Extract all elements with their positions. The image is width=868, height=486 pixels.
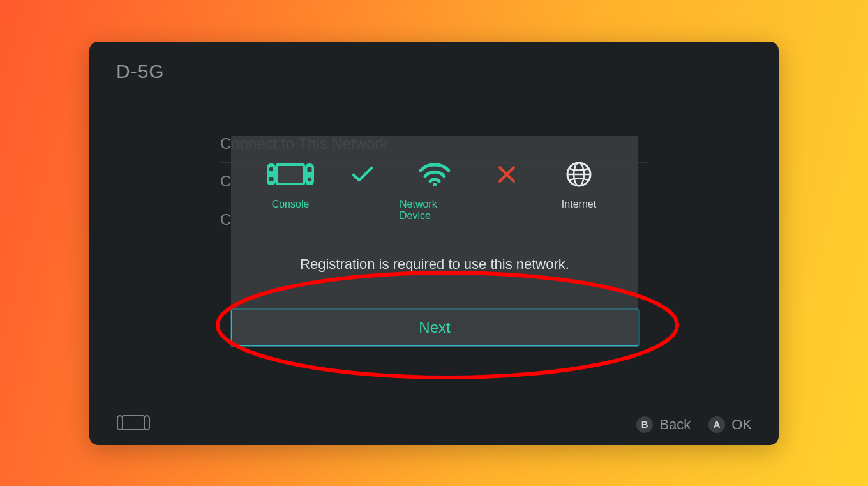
svg-rect-13: [123, 416, 144, 430]
svg-rect-2: [267, 163, 276, 185]
svg-point-4: [269, 167, 273, 171]
internet-status: Internet: [544, 158, 614, 210]
footer-bar: B Back A OK: [89, 404, 779, 445]
svg-rect-14: [117, 416, 123, 430]
next-button[interactable]: Next: [231, 310, 638, 346]
svg-rect-1: [278, 166, 303, 183]
page-title: D-5G: [89, 42, 779, 94]
svg-rect-7: [269, 177, 274, 181]
controller-indicator-icon: [116, 414, 151, 435]
console-label: Console: [272, 199, 310, 210]
check-icon: [352, 165, 373, 183]
gradient-background: D-5G Connect to This Network C C: [0, 0, 868, 486]
svg-point-5: [308, 177, 311, 181]
connection-icon-row: Console N: [231, 158, 638, 222]
b-button-icon: B: [636, 416, 653, 433]
link-console-router: [350, 158, 375, 191]
svg-point-8: [433, 183, 437, 186]
ok-button-hint[interactable]: A OK: [708, 416, 752, 433]
svg-rect-6: [308, 167, 312, 172]
wifi-icon: [418, 162, 451, 187]
console-screen: D-5G Connect to This Network C C: [89, 42, 779, 445]
svg-rect-3: [305, 163, 314, 185]
divider: [114, 93, 754, 93]
status-message: Registration is required to use this net…: [300, 256, 569, 273]
network-device-label: Network Device: [400, 199, 470, 222]
internet-label: Internet: [562, 199, 596, 210]
a-button-icon: A: [708, 416, 725, 433]
console-icon: [266, 162, 315, 186]
link-router-internet: [494, 158, 520, 191]
back-button-hint[interactable]: B Back: [636, 416, 691, 433]
svg-rect-15: [144, 416, 149, 430]
globe-icon: [565, 161, 592, 188]
x-icon: [497, 165, 516, 184]
router-status: Network Device: [400, 158, 470, 222]
console-status: Console: [255, 158, 326, 210]
